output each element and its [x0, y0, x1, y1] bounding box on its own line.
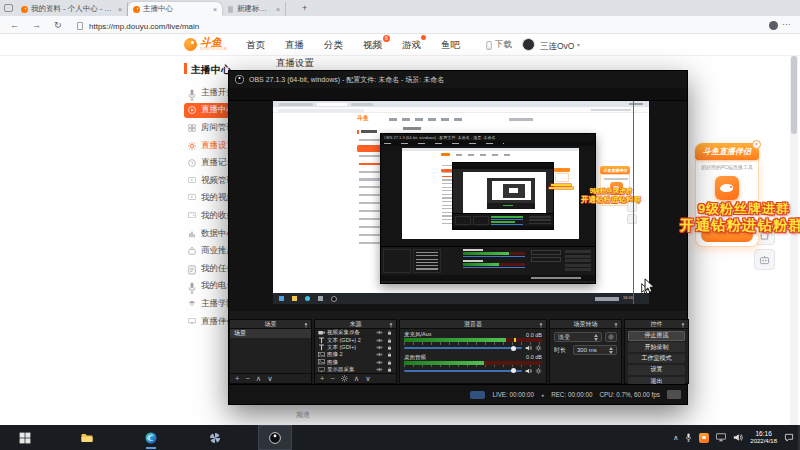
username[interactable]: 三连OvO [540, 41, 574, 53]
lock-icon[interactable] [386, 330, 393, 335]
control-button[interactable]: 工作室模式 [628, 354, 685, 364]
notification-center-icon[interactable] [784, 433, 794, 442]
control-button[interactable]: 停止推流 [628, 331, 685, 341]
tab-close-icon[interactable]: × [118, 6, 122, 13]
remove-source-button[interactable]: − [330, 374, 334, 383]
nav-item[interactable]: 直播 [285, 39, 304, 52]
control-button[interactable]: 设置 [628, 365, 685, 375]
captured-nav [389, 118, 467, 121]
scene-up-button[interactable]: ∧ [256, 374, 262, 383]
tray-mic-icon[interactable] [685, 433, 692, 442]
edge-button[interactable] [134, 425, 168, 450]
speaker-icon[interactable] [525, 368, 532, 374]
obs-preview-canvas[interactable]: 斗鱼 OBS 27.1.3 (64-bit, windows) - 配置文件: … [273, 101, 649, 304]
channel-db: 0.0 dB [526, 354, 542, 360]
volume-slider[interactable] [404, 370, 522, 372]
duration-input[interactable]: 300 ms [573, 345, 617, 355]
speaker-icon[interactable] [525, 345, 532, 351]
lock-icon[interactable] [386, 352, 393, 357]
lock-icon[interactable] [386, 367, 393, 372]
captured-promo-level2 [554, 168, 570, 173]
eye-icon[interactable] [376, 345, 383, 350]
obs-title-bar[interactable]: OBS 27.1.3 (64-bit, windows) - 配置文件: 未命名… [229, 71, 687, 88]
back-icon[interactable]: ← [10, 20, 19, 30]
controls-panel-header[interactable]: 控件 [625, 320, 688, 329]
browser-tab[interactable]: 新建标签页 × [222, 2, 286, 16]
source-item[interactable]: 文本 (GDI+) 2 [315, 336, 396, 343]
remove-scene-button[interactable]: − [245, 374, 249, 383]
gear-icon[interactable] [535, 345, 542, 351]
mouse-cursor [644, 278, 655, 294]
sources-panel-header[interactable]: 来源 [315, 320, 396, 329]
window-control-button[interactable] [734, 0, 756, 16]
promo-banner-title[interactable]: 斗鱼直播伴侣 [695, 143, 759, 160]
forward-icon[interactable]: → [32, 20, 41, 30]
source-item[interactable]: 文本 (GDI+) [315, 344, 396, 351]
eye-icon[interactable] [376, 352, 383, 357]
gear-icon[interactable] [535, 368, 542, 374]
douyu-logo[interactable]: 斗鱼 DOUYU.COM [184, 37, 227, 51]
tab-search-icon[interactable] [4, 4, 13, 12]
eye-icon[interactable] [376, 330, 383, 335]
source-properties-icon[interactable] [341, 375, 348, 382]
promo-close-icon[interactable]: × [752, 140, 761, 149]
eye-icon[interactable] [376, 367, 383, 372]
scene-down-button[interactable]: ∨ [267, 374, 273, 383]
control-button[interactable]: 开始录制 [628, 342, 685, 352]
browser-profile-avatar[interactable] [769, 21, 778, 30]
floating-assistant-button[interactable] [754, 249, 775, 270]
nav-item[interactable]: 视频 6 [363, 39, 382, 52]
nav-item[interactable]: 首页 [246, 39, 265, 52]
browser-tab[interactable]: 主播中心 × [128, 2, 222, 16]
browser-tab[interactable]: 我的资料 - 个人中心 - 斗鱼 × [16, 2, 128, 16]
mixer-panel-header[interactable]: 混音器 [400, 320, 546, 329]
nav-item[interactable]: 分类 [324, 39, 343, 52]
tab-close-icon[interactable]: × [213, 6, 217, 13]
reload-icon[interactable]: ↻ [54, 20, 62, 30]
source-up-button[interactable]: ∧ [354, 374, 360, 383]
nav-item[interactable]: 鱼吧 [441, 39, 460, 52]
page-scrollbar-thumb[interactable] [791, 56, 797, 134]
window-control-button[interactable] [756, 0, 778, 16]
screen: 我的资料 - 个人中心 - 斗鱼 × 主播中心 × 新建标签页 × + ← → … [0, 0, 800, 450]
edge-icon [145, 432, 157, 444]
tray-volume-icon[interactable] [733, 433, 743, 442]
transitions-panel-header[interactable]: 场景转场 [550, 320, 621, 329]
tray-expand-icon[interactable]: ∧ [673, 434, 678, 442]
eye-icon[interactable] [376, 360, 383, 365]
window-control-button[interactable] [778, 0, 800, 16]
source-item[interactable]: 图像 2 [315, 351, 396, 358]
lock-icon[interactable] [386, 360, 393, 365]
user-avatar[interactable] [522, 38, 535, 51]
scene-item[interactable]: 场景 [230, 329, 311, 338]
nav-item[interactable]: 游戏 [402, 39, 421, 52]
source-item[interactable]: 图像 [315, 359, 396, 366]
chevron-down-icon[interactable]: ▾ [577, 41, 580, 48]
browser-more-icon[interactable]: ⋯ [782, 20, 790, 29]
system-tray: ∧ 16:16 2022/4/18 [673, 425, 798, 450]
lock-icon[interactable] [386, 338, 393, 343]
source-down-button[interactable]: ∨ [365, 374, 371, 383]
tray-douyu-icon[interactable] [699, 433, 709, 443]
add-source-button[interactable]: + [320, 374, 324, 383]
obs-taskbar-button[interactable] [258, 425, 292, 450]
clock[interactable]: 16:16 2022/4/18 [750, 430, 777, 445]
new-tab-button[interactable]: + [302, 3, 307, 13]
transition-settings-button[interactable] [605, 332, 617, 342]
volume-slider[interactable] [404, 347, 522, 349]
eye-icon[interactable] [376, 338, 383, 343]
add-scene-button[interactable]: + [235, 374, 239, 383]
tab-close-icon[interactable]: × [276, 6, 280, 13]
lock-icon[interactable] [386, 345, 393, 350]
camera-icon [318, 330, 325, 336]
source-item[interactable]: 视频采集设备 [315, 329, 396, 336]
download-button[interactable]: 下载 [486, 34, 512, 56]
start-button[interactable] [8, 425, 42, 450]
url-field[interactable]: https://mp.douyu.com/live/main [89, 22, 199, 31]
site-info-icon[interactable] [77, 22, 83, 30]
tray-display-icon[interactable] [716, 433, 726, 442]
transition-select[interactable]: 淡变 [554, 332, 602, 342]
scenes-panel-header[interactable]: 场景 [230, 320, 311, 329]
app-button[interactable] [198, 425, 232, 450]
file-explorer-button[interactable] [70, 425, 104, 450]
